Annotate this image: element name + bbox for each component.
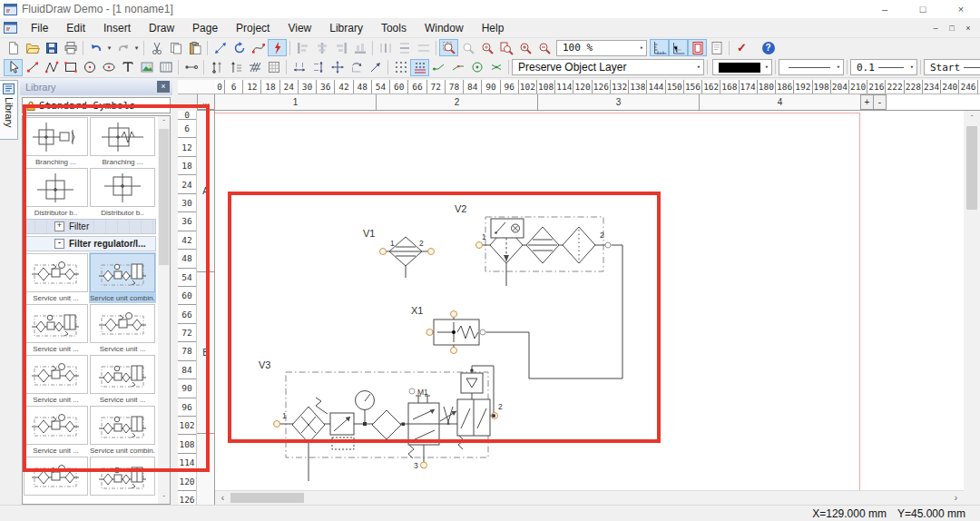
zoom-in-ruler-button[interactable]: + — [861, 94, 874, 110]
library-scrollbar[interactable]: ˆ ˇ — [158, 116, 170, 504]
line-color-combo[interactable]: ▾ — [712, 59, 772, 75]
chevron-down-icon[interactable]: ▾ — [762, 64, 771, 71]
connection-tool-button[interactable] — [181, 59, 201, 76]
scale-selection-button[interactable] — [211, 39, 230, 56]
chevron-down-icon[interactable]: ▾ — [907, 64, 916, 71]
align-terminals-horizontal-button[interactable] — [226, 59, 245, 76]
connection-node-button[interactable] — [467, 59, 486, 76]
canvas-horizontal-scrollbar[interactable]: ‹ › — [215, 490, 964, 505]
library-symbol-item[interactable]: Branching ... — [23, 116, 89, 167]
distribute-vertical-button[interactable] — [395, 39, 414, 56]
menu-file[interactable]: File — [22, 19, 57, 37]
redo-button[interactable] — [113, 39, 132, 56]
equal-spacing-button[interactable] — [414, 39, 433, 56]
arrow-start-combo[interactable]: Start▾ — [924, 59, 980, 75]
frame-tool-button[interactable] — [156, 59, 175, 76]
vscrollbar-thumb[interactable] — [966, 126, 977, 210]
help-button[interactable]: ? — [759, 39, 778, 56]
open-button[interactable] — [23, 39, 42, 56]
print-button[interactable] — [61, 39, 80, 56]
child-close-icon[interactable]: × — [960, 24, 976, 33]
zoom-out-button[interactable] — [534, 39, 554, 56]
line-width-combo[interactable]: 0.1▾ — [850, 59, 917, 75]
menu-library[interactable]: Library — [320, 19, 372, 37]
scroll-left-icon[interactable]: ‹ — [215, 491, 230, 505]
dimension-horizontal-button[interactable] — [289, 59, 309, 76]
menu-window[interactable]: Window — [416, 19, 473, 37]
chevron-down-icon[interactable]: ▾ — [694, 64, 703, 71]
rotate-tool-button[interactable] — [347, 59, 366, 76]
restore-icon[interactable]: □ — [904, 0, 942, 18]
pattern-tool-button[interactable] — [264, 59, 283, 76]
menu-view[interactable]: View — [279, 19, 320, 37]
align-center-button[interactable] — [312, 39, 331, 56]
pin-connections-button[interactable] — [268, 39, 287, 56]
connection-angled-button[interactable] — [448, 59, 467, 76]
image-tool-button[interactable] — [137, 59, 156, 76]
polyline-tool-button[interactable] — [42, 59, 61, 76]
hatch-tool-button[interactable] — [245, 59, 264, 76]
zoom-previous-button[interactable] — [458, 39, 477, 56]
library-tab[interactable]: Library — [0, 80, 18, 140]
zoom-page-button[interactable] — [496, 39, 515, 56]
close-icon[interactable]: × — [942, 0, 980, 18]
edit-curve-button[interactable] — [249, 39, 268, 56]
connection-straight-button[interactable] — [429, 59, 448, 76]
child-minimize-icon[interactable]: – — [927, 24, 944, 33]
library-symbol-item[interactable]: Service unit ... — [23, 252, 89, 303]
delete-connection-button[interactable] — [486, 59, 505, 76]
scroll-up-icon[interactable]: ˆ — [964, 111, 980, 125]
new-button[interactable] — [4, 39, 23, 56]
canvas-vertical-scrollbar[interactable]: ˆ ˇ — [964, 111, 980, 505]
copy-button[interactable] — [166, 39, 185, 56]
library-symbol-item[interactable]: Service unit ... — [23, 405, 89, 456]
library-symbol-item[interactable] — [89, 456, 156, 505]
child-restore-icon[interactable]: □ — [944, 24, 960, 33]
scroll-down-icon[interactable]: ˇ — [158, 492, 170, 504]
layer-combo[interactable]: Preserve Object Layer▾ — [512, 59, 704, 75]
toggle-grid-button[interactable] — [669, 39, 688, 56]
redo-dropdown-icon[interactable]: ▾ — [132, 44, 141, 52]
grid-points-button[interactable] — [391, 59, 410, 76]
chevron-down-icon[interactable]: ▾ — [637, 44, 646, 52]
library-symbol-item[interactable]: Distributor b.. — [89, 167, 156, 218]
library-symbol-item[interactable] — [23, 456, 89, 505]
menu-help[interactable]: Help — [473, 19, 514, 37]
menu-draw[interactable]: Draw — [140, 19, 183, 37]
symbol-group-filter[interactable]: +Filter — [23, 219, 156, 234]
zoom-in-button[interactable] — [515, 39, 534, 56]
circle-tool-button[interactable] — [80, 59, 99, 76]
hscrollbar-thumb[interactable] — [230, 493, 304, 503]
arrow-tool-button[interactable] — [366, 59, 385, 76]
align-left-button[interactable] — [293, 39, 312, 56]
distribute-horizontal-button[interactable] — [376, 39, 395, 56]
menu-edit[interactable]: Edit — [57, 19, 94, 37]
menu-project[interactable]: Project — [227, 19, 279, 37]
save-button[interactable] — [42, 39, 61, 56]
zoom-out-ruler-button[interactable]: - — [874, 94, 887, 110]
snap-grid-button[interactable] — [410, 59, 429, 76]
collapse-icon[interactable]: - — [54, 239, 64, 249]
check-drawing-button[interactable]: ✓ — [732, 39, 751, 56]
rectangle-tool-button[interactable] — [61, 59, 80, 76]
text-tool-button[interactable] — [118, 59, 137, 76]
rotate-selection-button[interactable] — [230, 39, 249, 56]
library-symbol-item[interactable]: Service unit ... — [89, 354, 156, 405]
align-right-button[interactable] — [331, 39, 350, 56]
zoom-level-combo[interactable]: 100 %▾ — [556, 40, 647, 56]
select-tool-button[interactable] — [4, 59, 23, 76]
paste-button[interactable] — [185, 39, 204, 56]
expand-icon[interactable]: + — [54, 221, 64, 231]
align-terminals-vertical-button[interactable] — [207, 59, 226, 76]
library-symbol-item[interactable]: Service unit ... — [23, 354, 89, 405]
drawing-canvas[interactable]: V1 V2 X1 V3 M1 1 2 1 2 1 2 3 — [215, 111, 964, 490]
toggle-rulers-button[interactable] — [650, 39, 669, 56]
library-selector-combo[interactable]: Standard Symbols — [22, 97, 171, 113]
menu-page[interactable]: Page — [183, 19, 227, 37]
menu-tools[interactable]: Tools — [372, 19, 416, 37]
ruler-options-cell[interactable]: ... — [197, 94, 215, 110]
line-tool-button[interactable] — [23, 59, 42, 76]
library-symbol-item[interactable]: Distributor b.. — [23, 167, 89, 218]
chevron-down-icon[interactable]: ▾ — [834, 64, 843, 71]
library-symbol-item[interactable]: Branching ... — [89, 116, 156, 167]
